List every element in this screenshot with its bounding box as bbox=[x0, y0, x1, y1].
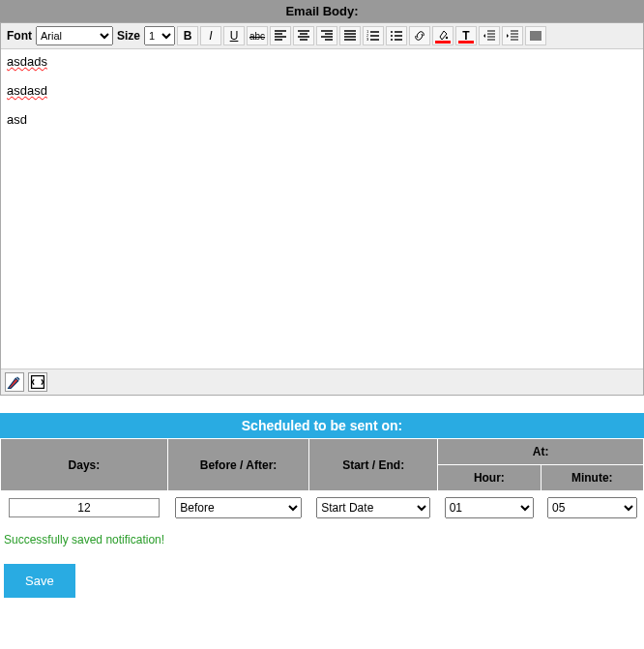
design-view-button[interactable] bbox=[5, 372, 24, 392]
col-hour: Hour: bbox=[438, 465, 541, 491]
align-right-button[interactable] bbox=[316, 26, 337, 45]
size-select[interactable]: 1 bbox=[144, 26, 175, 45]
col-days: Days: bbox=[1, 439, 168, 491]
start-end-select[interactable]: Start Date bbox=[316, 497, 430, 518]
background-color-button[interactable] bbox=[432, 26, 454, 45]
outdent-button[interactable] bbox=[479, 26, 500, 45]
email-body-header: Email Body: bbox=[0, 0, 644, 22]
col-before-after: Before / After: bbox=[167, 439, 308, 491]
days-input[interactable] bbox=[9, 498, 160, 517]
rich-text-editor: Font Arial Size 1 B I U abc 123 bbox=[0, 22, 644, 396]
font-select[interactable]: Arial bbox=[36, 26, 113, 45]
minute-select[interactable]: 05 bbox=[547, 497, 637, 518]
svg-point-3 bbox=[391, 31, 393, 33]
editor-content-area[interactable]: asdads asdasd asd bbox=[1, 49, 643, 369]
before-after-select[interactable]: Before bbox=[175, 497, 301, 518]
svg-point-4 bbox=[391, 35, 393, 37]
italic-button[interactable]: I bbox=[200, 26, 221, 45]
editor-toolbar: Font Arial Size 1 B I U abc 123 bbox=[1, 23, 643, 49]
svg-rect-7 bbox=[32, 376, 44, 389]
schedule-header: Scheduled to be sent on: bbox=[0, 413, 644, 438]
col-at: At: bbox=[438, 439, 644, 465]
strikethrough-button[interactable]: abc bbox=[247, 26, 268, 45]
ordered-list-button[interactable]: 123 bbox=[363, 26, 384, 45]
svg-point-5 bbox=[391, 39, 393, 41]
html-view-button[interactable] bbox=[28, 372, 47, 392]
font-label: Font bbox=[7, 29, 32, 43]
col-minute: Minute: bbox=[541, 465, 643, 491]
align-center-button[interactable] bbox=[293, 26, 314, 45]
indent-button[interactable] bbox=[502, 26, 523, 45]
svg-text:3: 3 bbox=[366, 37, 369, 42]
unordered-list-button[interactable] bbox=[386, 26, 407, 45]
size-label: Size bbox=[117, 29, 140, 43]
editor-bottom-toolbar bbox=[1, 369, 643, 395]
save-button[interactable]: Save bbox=[4, 564, 75, 598]
content-line-3: asd bbox=[7, 112, 27, 127]
schedule-table: Days: Before / After: Start / End: At: H… bbox=[0, 438, 644, 525]
underline-button[interactable]: U bbox=[223, 26, 245, 45]
hour-select[interactable]: 01 bbox=[445, 497, 535, 518]
content-line-1: asdads bbox=[7, 54, 47, 69]
link-button[interactable] bbox=[409, 26, 430, 45]
status-message: Successfully saved notification! bbox=[0, 525, 644, 564]
col-start-end: Start / End: bbox=[309, 439, 438, 491]
svg-point-6 bbox=[446, 37, 448, 39]
align-justify-button[interactable] bbox=[339, 26, 361, 45]
align-left-button[interactable] bbox=[270, 26, 291, 45]
bold-button[interactable]: B bbox=[177, 26, 198, 45]
text-color-button[interactable]: T bbox=[455, 26, 477, 45]
content-line-2: asdasd bbox=[7, 83, 47, 98]
horizontal-rule-button[interactable] bbox=[525, 26, 546, 45]
